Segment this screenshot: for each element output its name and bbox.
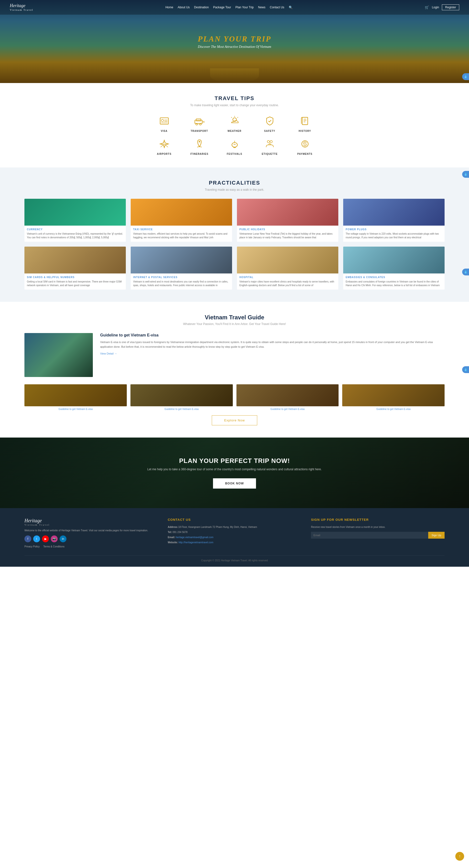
prac-card-currency[interactable]: CURRENCY Vietnam's unit of currency is t… (24, 199, 126, 242)
privacy-policy-link[interactable]: Privacy Policy (24, 545, 39, 548)
footer-grid: Heritage Vietnam Travel Welcome to the o… (24, 518, 445, 548)
svg-point-24 (267, 141, 269, 143)
guide-thumb-label-1: Guideline to get Vietnam E-visa (24, 408, 127, 410)
embassy-image (343, 247, 445, 274)
hero-boat-decoration (210, 68, 259, 83)
contact-email-link[interactable]: heritage.vietnamtravel@gmail.com (176, 536, 213, 538)
guide-thumb-image-1 (24, 384, 127, 406)
guide-title: Vietnam Travel Guide (24, 314, 445, 321)
widget-icon-2: 💧 (464, 173, 468, 176)
facebook-icon[interactable]: f (24, 535, 31, 542)
tip-festivals[interactable]: FESTIVALS (219, 137, 250, 155)
nav-about[interactable]: About Us (178, 6, 189, 9)
footer-contact: CONTACT US Address 18 Floor, Keangnam La… (168, 518, 301, 548)
instagram-icon[interactable]: 📷 (51, 535, 58, 542)
plugs-category: POWER PLUGS (346, 228, 442, 231)
prac-card-embassy[interactable]: EMBASSIES & CONSULATES Embassies and con… (343, 247, 445, 289)
taxi-category: TAXI SERVICE (133, 228, 230, 231)
prac-card-holidays[interactable]: PUBLIC HOLIDAYS Vietnamese Lunar New Yea… (237, 199, 338, 242)
sim-image (24, 247, 126, 274)
cart-icon[interactable]: 🛒 (425, 5, 429, 9)
tip-transport[interactable]: TRANSPORT (184, 114, 214, 132)
contact-address: Address 18 Floor, Keangnam Landmark 72 P… (168, 525, 301, 529)
widget-icon-4: 💧 (464, 368, 468, 371)
side-widget-1[interactable]: 💧 (462, 73, 469, 80)
newsletter-signup-button[interactable]: Sign Up (428, 532, 445, 538)
currency-category: CURRENCY (27, 228, 123, 231)
nav-package-tour[interactable]: Package Tour (213, 6, 231, 9)
nav-home[interactable]: Home (165, 6, 173, 9)
guide-view-detail-link[interactable]: View Detail → (100, 352, 117, 355)
guide-main-image (24, 333, 93, 377)
tip-airports[interactable]: AIRPORTS (149, 137, 179, 155)
explore-button-wrapper: Explore Now (24, 415, 445, 425)
transport-icon (193, 114, 206, 128)
guide-thumb-label-4: Guideline to get Vietnam E-visa (342, 408, 445, 410)
footer-newsletter: SIGN UP FOR OUR NEWSLETTER Receive new t… (311, 518, 445, 548)
terms-conditions-link[interactable]: Terms & Conditions (43, 545, 64, 548)
tip-itineraries[interactable]: ITINERARIES (184, 137, 214, 155)
prac-card-hospital[interactable]: HOSPITAL Vietnam's major cities have exc… (237, 247, 338, 289)
guide-thumb-label-2: Guideline to get Vietnam E-visa (130, 408, 233, 410)
nav-contact[interactable]: Contact Us (270, 6, 284, 9)
tip-history[interactable]: HISTORY (290, 114, 320, 132)
prac-card-sim[interactable]: SIM CARDS & HELPFUL NUMBERS Getting a lo… (24, 247, 126, 289)
tip-weather[interactable]: WEATHER (219, 114, 250, 132)
search-icon[interactable]: 🔍 (289, 6, 293, 9)
guide-thumb-4[interactable]: Guideline to get Vietnam E-visa (342, 384, 445, 410)
svg-line-14 (231, 117, 232, 118)
linkedin-icon[interactable]: in (60, 535, 66, 542)
travel-guide-section: Vietnam Travel Guide Whatever Your Passi… (0, 302, 469, 438)
main-nav: Home About Us Destination Package Tour P… (165, 6, 293, 9)
embassy-text: Embassies and consulates of foreign coun… (346, 280, 442, 287)
internet-text: Vietnam is well-wired and in most destin… (133, 280, 230, 287)
explore-now-button[interactable]: Explore Now (212, 415, 258, 425)
youtube-icon[interactable]: ▶ (42, 535, 49, 542)
visa-icon (157, 114, 171, 128)
contact-website: Website: http://heritagevietnamtravel.co… (168, 540, 301, 544)
itineraries-label: ITINERARIES (190, 153, 208, 155)
contact-tel: Tel: 091 234 5678 (168, 530, 301, 534)
festivals-icon (228, 137, 241, 151)
register-button[interactable]: Register (442, 4, 459, 10)
guide-thumb-image-4 (342, 384, 445, 406)
tip-safety[interactable]: SAFETY (255, 114, 285, 132)
nav-destination[interactable]: Destination (194, 6, 209, 9)
nav-actions: 🛒 Login Register (425, 4, 459, 10)
internet-image (131, 247, 232, 274)
guide-thumb-1[interactable]: Guideline to get Vietnam E-visa (24, 384, 127, 410)
contact-website-link[interactable]: http://heritagevietnamtravel.com (179, 541, 213, 544)
tip-visa[interactable]: VISA (149, 114, 179, 132)
prac-card-taxi[interactable]: TAXI SERVICE Vietnam has modern, efficie… (131, 199, 232, 242)
newsletter-title: SIGN UP FOR OUR NEWSLETTER (311, 518, 445, 522)
twitter-icon[interactable]: t (33, 535, 40, 542)
side-widget-2[interactable]: 💧 (462, 171, 469, 178)
svg-line-13 (237, 117, 238, 118)
hero-title: PLAN YOUR TRIP (198, 34, 271, 43)
safety-label: SAFETY (264, 130, 275, 132)
svg-point-25 (270, 141, 272, 143)
newsletter-description: Receive new travel stories from Vietnam … (311, 525, 445, 529)
airports-label: AIRPORTS (157, 153, 172, 155)
tip-etiquette[interactable]: ETIQUETTE (255, 137, 285, 155)
tips-grid: VISA TRANSPORT WEATHER SAFETY (149, 114, 320, 155)
embassy-category: EMBASSIES & CONSULATES (346, 276, 442, 279)
guide-thumb-2[interactable]: Guideline to get Vietnam E-visa (130, 384, 233, 410)
site-logo[interactable]: Heritage Vietnam Travel (10, 3, 33, 11)
side-widget-4[interactable]: 💧 (462, 366, 469, 373)
side-widget-3[interactable]: 💧 (462, 269, 469, 275)
guide-thumb-3[interactable]: Guideline to get Vietnam E-visa (236, 384, 339, 410)
cta-section: PLAN YOUR PERFECT TRIP NOW! Let me help … (0, 438, 469, 508)
nav-news[interactable]: News (258, 6, 265, 9)
newsletter-email-input[interactable] (311, 532, 428, 538)
newsletter-form: Sign Up (311, 532, 445, 538)
book-now-button[interactable]: BOOK NOW (213, 478, 256, 489)
prac-card-plugs[interactable]: POWER PLUGS The voltage supply in Vietna… (343, 199, 445, 242)
prac-card-internet[interactable]: INTERNET & POSTAL SERVICES Vietnam is we… (131, 247, 232, 289)
nav-plan-your-trip[interactable]: Plan Your Trip (235, 6, 254, 9)
footer-brand: Heritage Vietnam Travel Welcome to the o… (24, 518, 158, 548)
guide-main-title: Guideline to get Vietnam E-visa (100, 333, 445, 337)
tip-payments[interactable]: PAYMENTS (290, 137, 320, 155)
login-button[interactable]: Login (432, 6, 439, 9)
practicalities-subtitle: Traveling made as easy as a walk in the … (24, 188, 445, 191)
